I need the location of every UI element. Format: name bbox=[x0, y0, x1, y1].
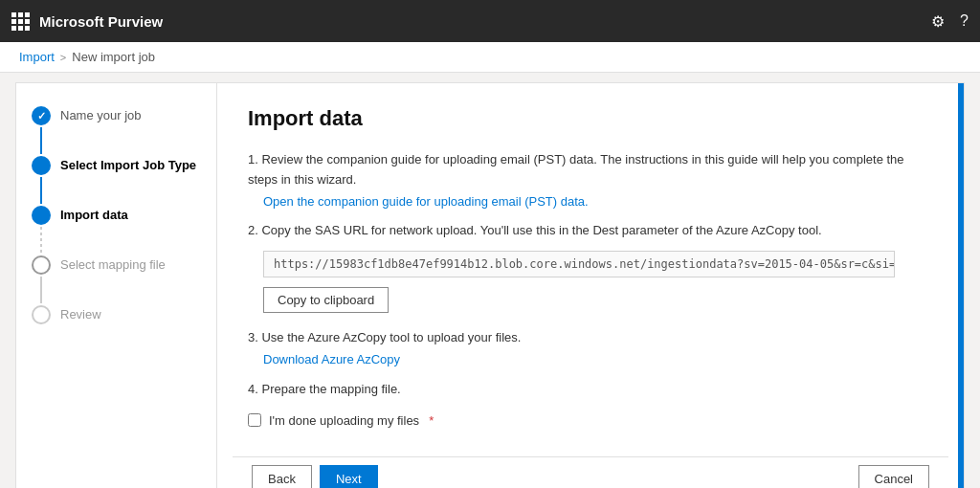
step3-number: 3. bbox=[248, 330, 258, 344]
import-step-4: 4. Prepare the mapping file. bbox=[248, 380, 933, 400]
step-line-2 bbox=[40, 177, 42, 204]
step-circle-3 bbox=[32, 206, 51, 225]
step-item-select-mapping: Select mapping file bbox=[32, 255, 201, 305]
step-item-review: Review bbox=[32, 305, 201, 324]
download-azcopy-link[interactable]: Download Azure AzCopy bbox=[263, 352, 400, 366]
step-circle-2 bbox=[32, 156, 51, 175]
step-item-name-job: ✓ Name your job bbox=[32, 106, 201, 156]
main-container: ✓ Name your job Select Import Job Type bbox=[15, 82, 965, 488]
done-uploading-row: I'm done uploading my files * bbox=[248, 413, 933, 428]
step-circle-4 bbox=[32, 255, 51, 275]
help-icon[interactable]: ? bbox=[960, 12, 969, 30]
step4-text: Prepare the mapping file. bbox=[261, 382, 400, 396]
step-label-select-type: Select Import Job Type bbox=[60, 156, 196, 174]
import-step-1: 1. Review the companion guide for upload… bbox=[248, 150, 933, 211]
topbar-right: ⚙ ? bbox=[931, 12, 969, 31]
step1-number: 1. bbox=[248, 152, 258, 166]
step2-text: Copy the SAS URL for network upload. You… bbox=[261, 223, 821, 237]
page-title: Import data bbox=[248, 106, 933, 131]
done-uploading-checkbox[interactable] bbox=[248, 413, 261, 427]
waffle-icon[interactable] bbox=[11, 12, 30, 31]
step-circle-5 bbox=[32, 305, 51, 324]
step-line-1 bbox=[40, 127, 42, 154]
right-accent-bar bbox=[958, 83, 964, 488]
breadcrumb-separator: > bbox=[60, 52, 66, 63]
sas-url-display: https://15983cf1db8e47ef9914b12.blob.cor… bbox=[263, 251, 895, 277]
stepper: ✓ Name your job Select Import Job Type bbox=[16, 83, 217, 488]
breadcrumb-parent[interactable]: Import bbox=[19, 50, 55, 64]
step-circle-1: ✓ bbox=[32, 106, 51, 125]
cancel-button[interactable]: Cancel bbox=[858, 465, 929, 488]
step-connector-4 bbox=[32, 255, 51, 305]
step4-number: 4. bbox=[248, 382, 258, 396]
step1-text: Review the companion guide for uploading… bbox=[248, 152, 904, 187]
step-connector-5 bbox=[32, 305, 51, 324]
step-item-import-data: Import data bbox=[32, 206, 201, 255]
step-line-3 bbox=[40, 227, 42, 254]
app-title: Microsoft Purview bbox=[39, 13, 163, 30]
step-label-select-mapping: Select mapping file bbox=[60, 255, 166, 274]
step-connector-1: ✓ bbox=[32, 106, 51, 156]
next-button[interactable]: Next bbox=[320, 465, 378, 488]
step-label-import-data: Import data bbox=[60, 206, 128, 224]
settings-icon[interactable]: ⚙ bbox=[931, 12, 945, 31]
import-step-2: 2. Copy the SAS URL for network upload. … bbox=[248, 221, 933, 241]
breadcrumb-current: New import job bbox=[72, 50, 155, 64]
footer: Back Next Cancel bbox=[233, 456, 948, 488]
breadcrumb: Import > New import job bbox=[0, 42, 980, 73]
companion-guide-link[interactable]: Open the companion guide for uploading e… bbox=[263, 194, 589, 209]
step2-number: 2. bbox=[248, 223, 258, 237]
copy-to-clipboard-button[interactable]: Copy to clipboard bbox=[263, 287, 389, 313]
done-uploading-label: I'm done uploading my files bbox=[269, 413, 419, 428]
step-label-name-job: Name your job bbox=[60, 106, 142, 124]
content-area: Import data 1. Review the companion guid… bbox=[217, 83, 964, 456]
step-line-4 bbox=[40, 277, 42, 303]
import-step-3: 3. Use the Azure AzCopy tool to upload y… bbox=[248, 328, 933, 370]
topbar: Microsoft Purview ⚙ ? bbox=[0, 0, 980, 42]
step-connector-3 bbox=[32, 206, 51, 255]
step-item-select-type: Select Import Job Type bbox=[32, 156, 201, 206]
step-connector-2 bbox=[32, 156, 51, 206]
required-star: * bbox=[429, 413, 434, 428]
topbar-left: Microsoft Purview bbox=[11, 12, 163, 31]
back-button[interactable]: Back bbox=[252, 465, 312, 488]
step3-text: Use the Azure AzCopy tool to upload your… bbox=[261, 330, 521, 344]
step-label-review: Review bbox=[60, 305, 101, 323]
